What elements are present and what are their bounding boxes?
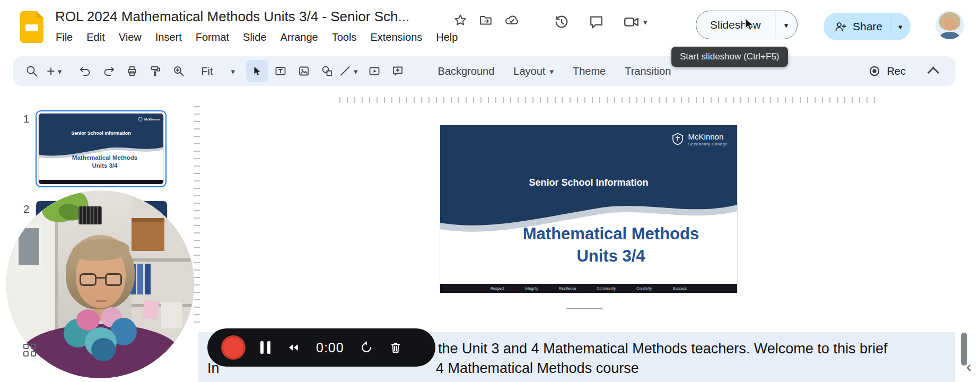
print-button[interactable] bbox=[121, 60, 143, 82]
insert-comment-button[interactable] bbox=[387, 60, 409, 82]
grid-square bbox=[23, 344, 29, 349]
pause-icon bbox=[260, 341, 264, 354]
rec-label: Rec bbox=[887, 65, 906, 77]
layout-button[interactable]: Layout ▾ bbox=[504, 61, 563, 82]
person-glasses bbox=[80, 273, 122, 287]
version-history-icon[interactable] bbox=[554, 14, 570, 30]
menu-view[interactable]: View bbox=[112, 29, 148, 46]
menu-edit[interactable]: Edit bbox=[80, 29, 111, 46]
camera-caret-icon: ▾ bbox=[643, 18, 648, 26]
collapse-toolbar-button[interactable] bbox=[923, 60, 944, 82]
crest-icon bbox=[138, 117, 143, 122]
recording-time: 0:00 bbox=[316, 340, 344, 355]
value-respect: Respect bbox=[491, 286, 504, 290]
rewind-icon bbox=[285, 341, 301, 354]
restart-icon bbox=[359, 340, 374, 355]
thumbnail-logo-text: McKinnon bbox=[144, 118, 160, 121]
zoom-fit-value: Fit bbox=[201, 65, 213, 77]
pause-recording-button[interactable] bbox=[260, 341, 270, 354]
insert-image-button[interactable] bbox=[293, 60, 315, 82]
speaker-notes-handle[interactable] bbox=[566, 308, 602, 309]
text-box-button[interactable] bbox=[269, 60, 292, 82]
share-button[interactable]: Share bbox=[824, 20, 890, 33]
new-slide-group[interactable]: + ▾ bbox=[47, 64, 62, 79]
account-avatar[interactable] bbox=[935, 11, 964, 39]
redo-button[interactable] bbox=[98, 60, 120, 82]
comment-icon[interactable] bbox=[589, 14, 604, 30]
slide-footer-values: Respect Integrity Resilience Community C… bbox=[440, 284, 737, 293]
layout-label: Layout bbox=[513, 65, 545, 77]
menu-arrange[interactable]: Arrange bbox=[274, 29, 325, 46]
share-caret-icon[interactable]: ▾ bbox=[890, 23, 911, 31]
background-label: Background bbox=[438, 65, 495, 77]
slideshow-caret-icon[interactable]: ▾ bbox=[775, 21, 798, 29]
menu-file[interactable]: File bbox=[49, 29, 80, 46]
school-name: McKinnon bbox=[688, 132, 728, 141]
background-button[interactable]: Background bbox=[428, 61, 504, 82]
menu-bar: File Edit View Insert Format Slide Arran… bbox=[49, 29, 465, 46]
paint-format-button[interactable] bbox=[144, 60, 167, 82]
slide-title-line2: Units 3/4 bbox=[485, 245, 737, 267]
select-tool-button[interactable] bbox=[246, 60, 268, 82]
transition-button[interactable]: Transition bbox=[615, 61, 680, 82]
search-menus-button[interactable] bbox=[21, 60, 43, 82]
add-comment-icon bbox=[391, 65, 404, 77]
menu-tools[interactable]: Tools bbox=[325, 29, 364, 46]
menu-insert[interactable]: Insert bbox=[148, 29, 189, 46]
collapse-panel-chevron[interactable]: ‹ bbox=[966, 359, 972, 375]
slideshow-button[interactable]: Slideshow bbox=[696, 19, 775, 31]
slides-logo-icon[interactable] bbox=[20, 11, 43, 43]
value-creativity: Creativity bbox=[636, 286, 652, 290]
print-icon bbox=[126, 65, 138, 77]
undo-button[interactable] bbox=[74, 60, 97, 82]
school-crest-icon bbox=[671, 132, 684, 146]
rewind-button[interactable] bbox=[285, 341, 301, 354]
insert-video-button[interactable] bbox=[363, 60, 386, 82]
slide-canvas[interactable]: McKinnon Secondary College Senior School… bbox=[440, 125, 737, 293]
stop-recording-button[interactable] bbox=[221, 335, 246, 360]
insert-line-icon bbox=[339, 65, 352, 77]
doc-title[interactable]: ROL 2024 Mathematical Methods Units 3/4 … bbox=[55, 8, 409, 25]
person-scarf bbox=[64, 309, 141, 361]
avatar-body bbox=[940, 32, 959, 39]
menu-extensions[interactable]: Extensions bbox=[363, 29, 429, 46]
caption-line1: the Unit 3 and 4 Mathematical Methods te… bbox=[438, 341, 887, 357]
rec-button[interactable]: Rec bbox=[862, 64, 911, 78]
cloud-status-icon[interactable] bbox=[504, 13, 519, 27]
glasses-bridge bbox=[96, 277, 106, 279]
search-icon bbox=[25, 65, 38, 77]
slide-thumbnail-1[interactable]: McKinnon Senior School Information Mathe… bbox=[36, 110, 167, 187]
zoom-fit-select[interactable]: Fit ▾ bbox=[195, 65, 241, 77]
vertical-ruler bbox=[194, 106, 200, 329]
header-action-icons: ▾ bbox=[554, 14, 648, 30]
thumbnail-footer-strip bbox=[39, 180, 163, 184]
zoom-button[interactable] bbox=[168, 60, 190, 82]
trash-icon bbox=[389, 341, 402, 354]
insert-video-icon bbox=[368, 65, 381, 77]
meet-camera-group[interactable]: ▾ bbox=[623, 14, 648, 30]
value-community: Community bbox=[597, 286, 616, 290]
menu-format[interactable]: Format bbox=[189, 29, 236, 46]
mouse-cursor-icon bbox=[743, 18, 755, 31]
delete-recording-button[interactable] bbox=[389, 341, 402, 354]
thumbnail-logo: McKinnon bbox=[138, 117, 160, 122]
binder bbox=[145, 264, 151, 294]
menu-slide[interactable]: Slide bbox=[236, 29, 273, 46]
insert-shape-button[interactable] bbox=[316, 60, 338, 82]
grid-view-button[interactable] bbox=[23, 344, 36, 357]
text-box-icon bbox=[274, 65, 287, 77]
slide-1-number: 1 bbox=[23, 113, 29, 125]
insert-line-group[interactable]: ▾ bbox=[339, 65, 358, 77]
menu-help[interactable]: Help bbox=[429, 29, 465, 46]
grid-square bbox=[31, 351, 36, 357]
grid-square bbox=[31, 344, 36, 349]
record-dot-icon bbox=[868, 64, 881, 78]
restart-recording-button[interactable] bbox=[359, 340, 374, 355]
move-folder-icon[interactable] bbox=[479, 13, 493, 27]
star-icon[interactable] bbox=[453, 13, 467, 27]
theme-button[interactable]: Theme bbox=[563, 61, 615, 82]
person-add-icon bbox=[834, 20, 847, 33]
shelf-board bbox=[132, 258, 194, 262]
line-caret-icon: ▾ bbox=[354, 67, 358, 75]
webcam-vent bbox=[78, 206, 102, 224]
